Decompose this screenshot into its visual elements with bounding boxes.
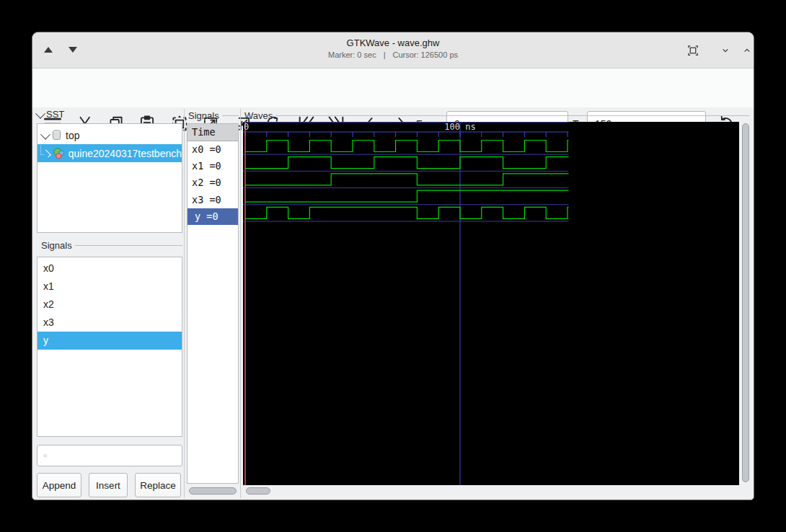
waves-vscrollbar[interactable] [741,122,751,485]
time-header: Time [187,124,238,141]
search-input[interactable] [52,450,182,462]
signal-list-item[interactable]: x2 [37,296,182,314]
marker-status: Marker: 0 sec [328,50,376,59]
scrollbar-thumb[interactable] [742,123,749,482]
keep-above-button[interactable] [684,41,702,60]
scrollbar-thumb[interactable] [246,487,270,495]
keep-above-icon [686,43,700,58]
scope-icon [52,130,61,141]
names-hscrollbar[interactable] [187,486,239,496]
tree-item-label: quine20240317testbench [69,148,182,159]
waves-title: Waves [244,110,273,121]
replace-button[interactable]: Replace [135,473,181,497]
tree-item-top[interactable]: top [37,126,182,144]
tree-item-label: top [66,130,79,141]
frame-line [275,115,749,116]
waves-header: Waves [244,110,749,121]
signal-list-item[interactable]: x3 [37,314,182,332]
chevron-up-icon [740,43,754,58]
minimize-button[interactable] [716,41,735,60]
sst-header-label: SST [46,109,64,120]
scrollbar-thumb[interactable] [189,487,237,495]
wave-canvas[interactable]: 0100 ns [243,122,739,485]
sst-tree: top quine20240317testbench [37,123,182,233]
chevron-down-icon [35,108,45,118]
wave-name-row[interactable]: x2 =0 [187,174,238,191]
signal-list: x0x1x2x3y [37,257,182,437]
waveform-svg: 0100 ns [243,122,739,485]
titlebar[interactable]: GTKWave - wave.ghw Marker: 0 sec|Cursor:… [32,32,754,68]
wave-names-title: Signals [188,110,219,121]
maximize-button[interactable] [738,41,754,60]
splitter-left[interactable] [184,109,185,498]
wave-name-list: Time x0 =0x1 =0x2 =0x3 =0y =0 [187,123,239,484]
wave-names-header: Signals [188,110,239,121]
append-button[interactable]: Append [37,473,81,497]
signals-frame-title: Signals [41,240,72,251]
waves-hscrollbar[interactable] [243,486,739,496]
sst-header[interactable]: SST [37,109,123,120]
chevron-down-icon [718,43,733,58]
frame-line [75,245,182,246]
frame-line [222,115,239,116]
search-icon [43,451,48,461]
window-title: GTKWave - wave.ghw [32,37,754,48]
signal-list-item[interactable]: x0 [37,260,182,278]
module-icon [53,147,65,159]
signal-list-item[interactable]: y [37,332,182,350]
toolbar: From: To: [32,68,754,107]
desktop-background: GTKWave - wave.ghw Marker: 0 sec|Cursor:… [0,0,786,532]
timescale-label: 100 ns [444,122,475,132]
signals-frame-header: Signals [41,240,182,251]
signal-search[interactable] [37,445,182,466]
tree-branch-line [40,146,44,155]
wave-name-row[interactable]: x3 =0 [187,192,238,208]
expander-closed-icon[interactable] [43,149,50,156]
window-subtitle: Marker: 0 sec|Cursor: 126500 ps [32,50,754,59]
timescale-label: 0 [244,122,249,132]
insert-button[interactable]: Insert [89,473,128,497]
cursor-status: Cursor: 126500 ps [393,50,459,59]
wave-name-row[interactable]: x1 =0 [187,158,238,174]
expander-open-icon[interactable] [40,129,50,139]
gtkwave-window: GTKWave - wave.ghw Marker: 0 sec|Cursor:… [32,32,754,500]
wave-name-row[interactable]: y =0 [187,208,238,225]
splitter-right[interactable] [240,109,241,498]
wave-name-row[interactable]: x0 =0 [187,141,238,158]
subtitle-divider: | [384,50,386,59]
signal-list-item[interactable]: x1 [37,278,182,296]
tree-item-testbench[interactable]: quine20240317testbench [37,144,182,162]
